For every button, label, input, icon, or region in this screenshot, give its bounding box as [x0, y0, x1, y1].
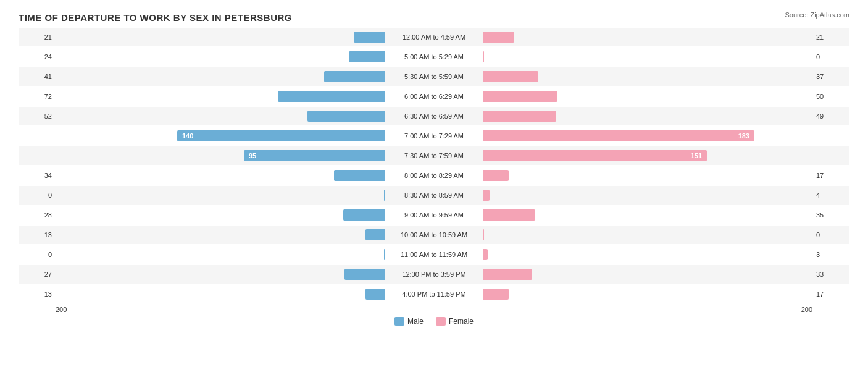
chart-row: 52 6:30 AM to 6:59 AM 49 [19, 107, 849, 125]
bar-male [334, 170, 385, 181]
time-label: 5:00 AM to 5:29 AM [385, 53, 483, 61]
value-left: 41 [19, 73, 56, 80]
value-right: 3 [812, 251, 849, 258]
bar-male [278, 91, 385, 102]
bar-right-area: 183 [483, 130, 812, 142]
time-label: 10:00 AM to 10:59 AM [385, 231, 483, 238]
bar-left-area [56, 110, 385, 122]
legend-female: Female [436, 317, 474, 326]
bar-female [483, 229, 484, 240]
bar-right-area [483, 248, 812, 261]
bar-female [483, 71, 538, 82]
axis-bottom: 200 200 [19, 306, 849, 313]
chart-row: 21 12:00 AM to 4:59 AM 21 [19, 28, 849, 46]
time-label: 8:30 AM to 8:59 AM [385, 192, 483, 199]
bar-male: 95 [244, 150, 385, 161]
time-label: 12:00 PM to 3:59 PM [385, 271, 483, 278]
bar-right-area [483, 288, 812, 300]
legend-male: Male [394, 317, 424, 326]
chart-container: TIME OF DEPARTURE TO WORK BY SEX IN PETE… [0, 0, 868, 367]
chart-row: 0 8:30 AM to 8:59 AM 4 [19, 186, 849, 205]
bar-male-value: 140 [180, 132, 196, 140]
value-left: 0 [19, 192, 56, 199]
bar-female [483, 269, 532, 280]
legend-female-label: Female [449, 317, 474, 326]
legend: Male Female [19, 317, 849, 326]
value-right: 50 [812, 93, 849, 100]
bar-female [483, 111, 556, 122]
bar-right-area [483, 110, 812, 122]
bar-male [324, 71, 385, 82]
value-left: 24 [19, 53, 56, 61]
bar-female [483, 51, 484, 62]
legend-female-box [436, 317, 446, 326]
bar-right-area [483, 70, 812, 83]
time-label: 9:00 AM to 9:59 AM [385, 211, 483, 219]
value-right: 35 [812, 211, 849, 219]
source-label: Source: ZipAtlas.com [785, 11, 849, 19]
bar-right-area [483, 169, 812, 182]
bar-female [483, 289, 509, 300]
bar-left-area [56, 169, 385, 182]
bar-male [343, 209, 385, 221]
chart-row: 13 10:00 AM to 10:59 AM 0 [19, 226, 849, 244]
time-label: 11:00 AM to 11:59 AM [385, 251, 483, 258]
value-left: 34 [19, 172, 56, 179]
value-left: 13 [19, 231, 56, 238]
chart-area: 21 12:00 AM to 4:59 AM 21 24 5:00 AM to … [19, 28, 849, 303]
chart-row: 27 12:00 PM to 3:59 PM 33 [19, 265, 849, 284]
value-right: 17 [812, 290, 849, 298]
value-left: 28 [19, 211, 56, 219]
value-right: 49 [812, 112, 849, 120]
legend-male-box [394, 317, 404, 326]
value-right: 33 [812, 271, 849, 278]
bar-male [344, 269, 385, 280]
value-left: 21 [19, 33, 56, 41]
time-label: 6:30 AM to 6:59 AM [385, 112, 483, 120]
chart-row: 72 6:00 AM to 6:29 AM 50 [19, 87, 849, 106]
value-right: 21 [812, 33, 849, 41]
bar-female-value: 183 [736, 132, 752, 140]
bar-female [483, 190, 490, 201]
bar-right-area [483, 189, 812, 201]
axis-right-label: 200 [801, 306, 812, 313]
bar-male [365, 229, 385, 240]
bar-left-area [56, 70, 385, 83]
value-right: 37 [812, 73, 849, 80]
bar-female [483, 32, 514, 43]
bar-female [483, 170, 509, 181]
time-label: 12:00 AM to 4:59 AM [385, 33, 483, 41]
bar-female: 183 [483, 130, 754, 141]
chart-row: 24 5:00 AM to 5:29 AM 0 [19, 48, 849, 66]
value-right: 17 [812, 172, 849, 179]
value-right: 0 [812, 231, 849, 238]
value-right: 4 [812, 192, 849, 199]
chart-row: 95 7:30 AM to 7:59 AM 151 [19, 146, 849, 165]
bar-right-area: 151 [483, 150, 812, 162]
value-left: 27 [19, 271, 56, 278]
bar-right-area [483, 268, 812, 281]
chart-title: TIME OF DEPARTURE TO WORK BY SEX IN PETE… [19, 12, 849, 23]
bar-female-value: 151 [688, 152, 704, 159]
bar-left-area: 95 [56, 150, 385, 162]
bar-left-area [56, 90, 385, 103]
chart-row: 34 8:00 AM to 8:29 AM 17 [19, 166, 849, 185]
chart-row: 28 9:00 AM to 9:59 AM 35 [19, 206, 849, 224]
value-right: 0 [812, 53, 849, 61]
bar-male [307, 111, 385, 122]
chart-row: 140 7:00 AM to 7:29 AM 183 [19, 127, 849, 145]
bar-male [365, 289, 385, 300]
bar-female [483, 91, 557, 102]
bar-left-area [56, 248, 385, 261]
value-left: 52 [19, 112, 56, 120]
bar-left-area [56, 31, 385, 43]
bar-left-area [56, 229, 385, 241]
bar-left-area [56, 268, 385, 281]
bar-left-area [56, 189, 385, 201]
time-label: 8:00 AM to 8:29 AM [385, 172, 483, 179]
value-left: 72 [19, 93, 56, 100]
bar-right-area [483, 209, 812, 221]
time-label: 6:00 AM to 6:29 AM [385, 93, 483, 100]
value-left: 13 [19, 290, 56, 298]
bar-female: 151 [483, 150, 707, 161]
